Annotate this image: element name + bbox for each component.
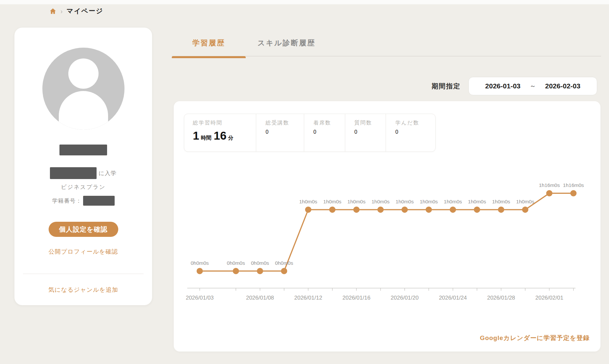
x-axis-tick-label: 2026/02/01: [535, 295, 563, 301]
enrolled-suffix: に入学: [99, 170, 116, 177]
public-profile-link[interactable]: 公開プロフィールを確認: [14, 248, 152, 256]
google-calendar-link[interactable]: Googleカレンダーに学習予定を登録: [480, 334, 590, 342]
breadcrumb: › マイページ: [49, 7, 103, 15]
avatar-head: [68, 58, 99, 89]
data-point-label: 0h0m0s: [275, 260, 293, 266]
data-point[interactable]: [377, 207, 384, 213]
my-page: › マイページ に入学 ビジネスプラン 学籍番号： 個人設定を確認 公開プロフィ…: [0, 0, 609, 364]
learning-history-panel: 総学習時間 1時間16分 総受講数 0 着席数 0 質問数 0 学んだ数 0: [174, 101, 600, 352]
redacted-school-name: [50, 167, 97, 179]
data-point-label: 1h0m0s: [444, 199, 462, 204]
data-point[interactable]: [233, 268, 239, 274]
profile-card: に入学 ビジネスプラン 学籍番号： 個人設定を確認 公開プロフィールを確認 気に…: [14, 28, 152, 305]
data-point-label: 0h0m0s: [251, 260, 269, 266]
personal-settings-button[interactable]: 個人設定を確認: [49, 222, 118, 237]
chevron-right-icon: ›: [60, 8, 63, 15]
data-point-label: 1h0m0s: [395, 199, 414, 204]
tab-skill-assessment-history[interactable]: スキル診断履歴: [253, 37, 320, 56]
redacted-user-name: [59, 145, 107, 155]
date-range-separator: ～: [530, 82, 536, 90]
data-point-label: 1h16m0s: [563, 182, 584, 188]
data-point-label: 1h0m0s: [468, 199, 486, 204]
data-point[interactable]: [450, 207, 456, 213]
data-point[interactable]: [197, 268, 203, 274]
data-point[interactable]: [257, 268, 263, 274]
tab-learning-history[interactable]: 学習履歴: [172, 37, 246, 56]
avatar-torso: [59, 91, 108, 130]
tab-bar: 学習履歴 スキル診断履歴: [172, 37, 601, 57]
end-date-input[interactable]: 2026-02-03: [545, 82, 580, 90]
study-time-line-chart: 2026/01/032026/01/082026/01/122026/01/16…: [174, 101, 600, 352]
data-point[interactable]: [546, 190, 553, 196]
start-date-input[interactable]: 2026-01-03: [485, 82, 520, 90]
x-axis-tick-label: 2026/01/20: [391, 295, 418, 301]
student-id-row: 学籍番号：: [14, 196, 152, 206]
x-axis-tick-label: 2026/01/03: [186, 295, 214, 301]
x-axis-tick-label: 2026/01/28: [487, 295, 515, 301]
data-point[interactable]: [281, 268, 287, 274]
x-axis-tick-label: 2026/01/08: [246, 295, 274, 301]
data-point-label: 1h0m0s: [348, 199, 366, 204]
data-point[interactable]: [474, 207, 480, 213]
data-point[interactable]: [426, 207, 432, 213]
data-point[interactable]: [353, 207, 360, 213]
series-line: [200, 193, 574, 271]
data-point-label: 1h0m0s: [492, 199, 510, 204]
data-point-label: 1h0m0s: [323, 199, 341, 204]
data-point-label: 0h0m0s: [191, 260, 209, 266]
data-point[interactable]: [305, 207, 311, 213]
breadcrumb-current: マイページ: [67, 7, 103, 15]
data-point-label: 1h0m0s: [420, 199, 438, 204]
home-icon[interactable]: [49, 8, 56, 15]
data-point-label: 0h0m0s: [227, 260, 245, 266]
avatar: [42, 48, 124, 130]
data-point-label: 1h16m0s: [539, 182, 560, 188]
data-point[interactable]: [498, 207, 504, 213]
student-id-label: 学籍番号：: [52, 197, 82, 205]
data-point[interactable]: [329, 207, 335, 213]
x-axis-tick-label: 2026/01/12: [294, 295, 322, 301]
period-label: 期間指定: [432, 82, 461, 91]
data-point[interactable]: [570, 190, 576, 196]
data-point[interactable]: [522, 207, 528, 213]
data-point[interactable]: [401, 207, 408, 213]
date-range-picker[interactable]: 2026-01-03 ～ 2026-02-03: [468, 77, 597, 95]
add-genre-link[interactable]: 気になるジャンルを追加: [14, 286, 152, 294]
x-axis-tick-label: 2026/01/16: [343, 295, 371, 301]
x-axis-tick-label: 2026/01/24: [439, 295, 467, 301]
data-point-label: 1h0m0s: [516, 199, 534, 204]
data-point-label: 1h0m0s: [299, 199, 317, 204]
data-point-label: 1h0m0s: [372, 199, 390, 204]
redacted-student-id: [83, 196, 115, 206]
top-strip: [0, 0, 609, 4]
enrollment-row: に入学: [14, 167, 152, 179]
divider: [23, 274, 144, 274]
plan-name: ビジネスプラン: [14, 183, 152, 191]
